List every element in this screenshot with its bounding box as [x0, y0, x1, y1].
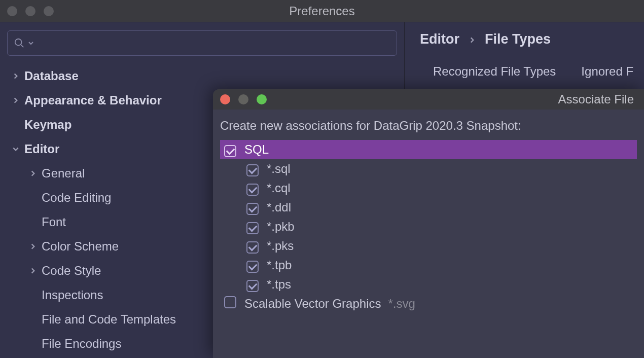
sidebar-item-database[interactable]: Database [5, 64, 399, 88]
zoom-icon[interactable] [44, 6, 54, 16]
association-pattern[interactable]: *.ddl [220, 198, 637, 217]
tab-ignored[interactable]: Ignored F [581, 64, 633, 79]
zoom-icon[interactable] [257, 94, 267, 104]
checkbox[interactable] [224, 142, 236, 157]
close-icon[interactable] [7, 6, 17, 16]
association-label: SQL [244, 142, 269, 157]
association-label: Scalable Vector Graphics [244, 297, 381, 311]
dialog-titlebar: Associate File [213, 89, 644, 110]
breadcrumb-root[interactable]: Editor [420, 31, 459, 47]
sidebar-item-label: Font [39, 215, 66, 229]
association-pattern[interactable]: *.tpb [220, 256, 637, 275]
svg-point-0 [15, 39, 22, 46]
preferences-titlebar: Preferences [0, 0, 644, 22]
search-history-icon[interactable] [28, 40, 34, 46]
pattern-label: *.tpb [267, 258, 292, 272]
association-group-sql[interactable]: SQL [220, 140, 637, 159]
search-input[interactable] [7, 30, 397, 56]
association-pattern[interactable]: *.cql [220, 178, 637, 198]
pattern-label: *.tps [267, 277, 291, 292]
associations-list: SQL*.sql*.cql*.ddl*.pkb*.pks*.tpb*.tpsSc… [220, 140, 637, 313]
sidebar-item-label: Inspections [39, 288, 103, 302]
search-icon [14, 38, 25, 49]
sidebar-item-label: Color Scheme [39, 239, 119, 254]
pattern-label: *.ddl [267, 200, 291, 214]
association-group-scalable-vector-graphics[interactable]: Scalable Vector Graphics*.svg [220, 294, 637, 313]
minimize-icon[interactable] [238, 94, 248, 104]
breadcrumb: Editor File Types [420, 31, 634, 47]
chevron-right-icon [469, 31, 476, 47]
sidebar-item-label: General [39, 166, 85, 181]
chevron-right-icon [27, 243, 39, 250]
sidebar-item-label: Database [21, 69, 79, 83]
checkbox[interactable] [246, 277, 259, 292]
close-icon[interactable] [220, 94, 230, 104]
chevron-right-icon [10, 97, 21, 104]
checkbox[interactable] [224, 296, 236, 311]
sidebar-item-label: File Encodings [39, 337, 121, 351]
sidebar-item-label: Code Style [39, 264, 101, 278]
dialog-window-controls [220, 94, 267, 104]
breadcrumb-leaf: File Types [485, 31, 551, 47]
minimize-icon[interactable] [25, 6, 35, 16]
pattern-label: *.sql [267, 162, 291, 176]
search-field[interactable] [37, 38, 390, 49]
chevron-down-icon [10, 146, 21, 153]
association-hint: *.svg [388, 297, 415, 311]
checkbox[interactable] [246, 200, 259, 215]
checkbox[interactable] [246, 162, 259, 176]
dialog-title: Associate File [558, 92, 634, 106]
pattern-label: *.pks [267, 239, 294, 253]
sidebar-item-label: Keymap [21, 118, 71, 132]
pattern-label: *.pkb [267, 220, 295, 234]
window-title: Preferences [289, 4, 354, 18]
checkbox[interactable] [246, 220, 259, 234]
associate-file-dialog: Associate File Create new associations f… [213, 89, 644, 358]
sidebar-item-label: Editor [21, 142, 59, 156]
association-pattern[interactable]: *.sql [220, 159, 637, 178]
sidebar-item-label: Appearance & Behavior [21, 93, 162, 108]
checkbox[interactable] [246, 258, 259, 273]
chevron-right-icon [10, 73, 21, 80]
dialog-prompt: Create new associations for DataGrip 202… [220, 119, 637, 133]
pattern-label: *.cql [267, 181, 291, 195]
content-tabs: Recognized File Types Ignored F [420, 64, 634, 79]
sidebar-item-label: Code Editing [39, 191, 111, 205]
checkbox[interactable] [246, 181, 259, 196]
association-pattern[interactable]: *.tps [220, 275, 637, 294]
association-pattern[interactable]: *.pks [220, 236, 637, 256]
tab-recognized-file-types[interactable]: Recognized File Types [433, 64, 556, 79]
svg-line-1 [21, 45, 24, 48]
sidebar-item-label: File and Code Templates [39, 312, 176, 327]
chevron-right-icon [27, 170, 39, 177]
association-pattern[interactable]: *.pkb [220, 217, 637, 236]
checkbox[interactable] [246, 239, 259, 254]
chevron-right-icon [27, 267, 39, 274]
window-controls [7, 6, 54, 16]
